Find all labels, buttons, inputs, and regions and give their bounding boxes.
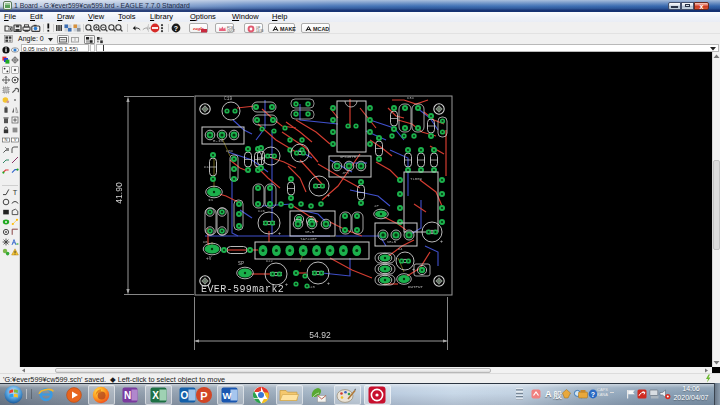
svg-text:TA7240P: TA7240P	[300, 237, 317, 241]
svg-text:MAKE: MAKE	[280, 26, 296, 32]
svg-text:C4: C4	[398, 247, 403, 251]
svg-text:TL059: TL059	[410, 177, 423, 181]
svg-text:C34: C34	[407, 96, 415, 100]
svg-text:+: +	[412, 266, 415, 272]
svg-text:JPn: JPn	[342, 171, 349, 175]
svg-text:OUTPUT: OUTPUT	[408, 285, 424, 289]
svg-text:QUOTE: QUOTE	[227, 29, 235, 33]
svg-text:VR+R: VR+R	[387, 240, 397, 244]
svg-text:O: O	[181, 390, 189, 401]
svg-text:+: +	[440, 238, 443, 244]
svg-text:+: +	[285, 281, 288, 287]
svg-text:VR-R: VR-R	[305, 230, 315, 234]
svg-text:SP: SP	[238, 261, 244, 267]
svg-text:X: X	[152, 390, 159, 401]
svg-text:+: +	[327, 192, 330, 198]
svg-text:T: T	[13, 188, 18, 196]
svg-text:C22: C22	[266, 259, 274, 263]
svg-text:C6: C6	[203, 240, 208, 244]
svg-text:LED: LED	[226, 149, 234, 153]
svg-text:C1: C1	[204, 165, 210, 169]
svg-text:IN: IN	[208, 198, 213, 202]
svg-text:R-IN: R-IN	[213, 139, 224, 143]
svg-text:+: +	[327, 280, 330, 286]
svg-text:EVER-599mark2: EVER-599mark2	[201, 284, 284, 295]
svg-text:54.92: 54.92	[309, 330, 331, 340]
svg-text:N: N	[5, 137, 8, 142]
svg-text:MCAD: MCAD	[313, 26, 329, 32]
svg-text:?: ?	[591, 391, 595, 398]
svg-text:+V: +V	[206, 256, 212, 261]
svg-text:N: N	[124, 390, 131, 401]
svg-text:W: W	[223, 390, 232, 401]
svg-text:V: V	[14, 137, 17, 142]
svg-text:14:30: 14:30	[256, 29, 264, 33]
svg-text:2P: 2P	[374, 204, 379, 208]
svg-text:+: +	[278, 230, 281, 236]
svg-text:?: ?	[174, 25, 178, 32]
svg-text:P: P	[200, 390, 207, 402]
svg-text:C19: C19	[224, 96, 232, 101]
svg-text:C26: C26	[258, 209, 266, 213]
svg-text:41.90: 41.90	[114, 182, 124, 204]
